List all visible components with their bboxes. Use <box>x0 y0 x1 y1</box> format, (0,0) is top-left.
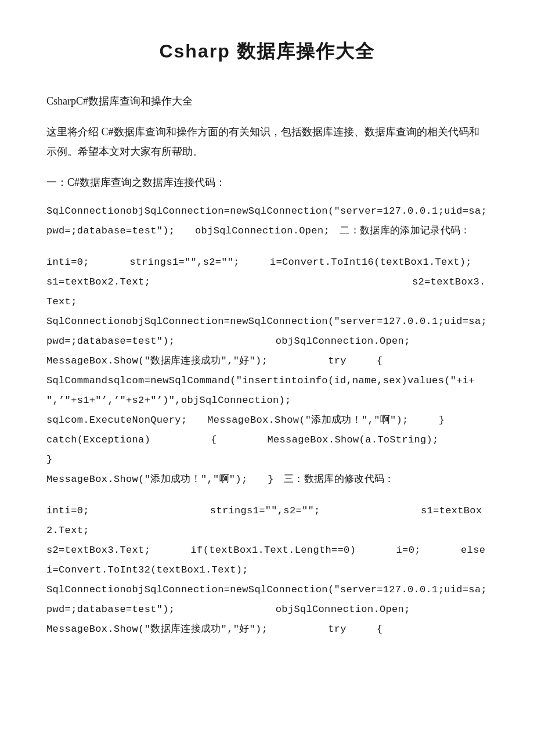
section3-code-line-2: s2=textBox3.Text; if(textBox1.Text.Lengt… <box>46 541 488 560</box>
section2-code: inti=0; strings1=″″,s2=″″; i=Convert.ToI… <box>46 253 488 489</box>
code-line-6: sqlcom.ExecuteNonQuery; MessageBox.Show(… <box>46 411 488 430</box>
code-line-3: SqlConnectionobjSqlConnection=newSqlConn… <box>46 312 488 351</box>
code-line-2: s1=textBox2.Text; s2=textBox3.Text; <box>46 272 488 312</box>
section1-code-text: SqlConnectionobjSqlConnection=newSqlConn… <box>46 206 487 236</box>
page-title: Csharp 数据库操作大全 <box>46 35 488 69</box>
section1-code: SqlConnectionobjSqlConnection=newSqlConn… <box>46 201 488 241</box>
section3-code-line-3: i=Convert.ToInt32(textBox1.Text); <box>46 560 488 580</box>
subtitle: CsharpC#数据库查询和操作大全 <box>46 92 488 110</box>
code-line-7: catch(Exceptiona) { MessageBox.Show(a.To… <box>46 430 488 470</box>
code-line-1: inti=0; strings1=″″,s2=″″; i=Convert.ToI… <box>46 253 488 272</box>
section1-heading: 一：C#数据库查询之数据库连接代码： <box>46 173 488 192</box>
intro-paragraph: 这里将介绍 C#数据库查询和操作方面的有关知识，包括数据库连接、数据库查询的相关… <box>46 122 488 161</box>
section3-code-line-5: MessageBox.Show(″数据库连接成功″,″好″); try { <box>46 620 488 639</box>
section3-code: inti=0; strings1=″″,s2=″″; s1=textBox2.T… <box>46 501 488 639</box>
section3-code-line-4: SqlConnectionobjSqlConnection=newSqlConn… <box>46 580 488 620</box>
code-line-4: MessageBox.Show(″数据库连接成功″,″好″); try { <box>46 351 488 371</box>
code-line-5: SqlCommandsqlcom=newSqlCommand(″insertin… <box>46 371 488 411</box>
section3-code-line-1: inti=0; strings1=″″,s2=″″; s1=textBox2.T… <box>46 501 488 541</box>
code-line-8: MessageBox.Show(″添加成功！″,″啊″); } 三：数据库的修改… <box>46 470 488 489</box>
